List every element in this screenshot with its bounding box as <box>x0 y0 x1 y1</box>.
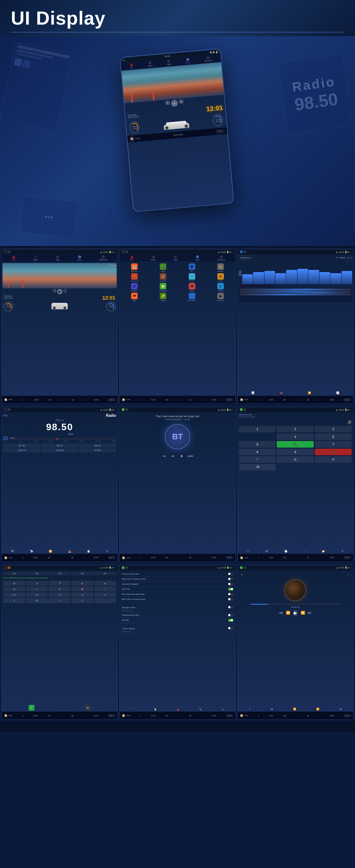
toggle-lantern[interactable] <box>228 627 233 630</box>
dial-hash[interactable]: # <box>315 456 352 463</box>
speed-gauge: Current0km/h <box>212 113 224 127</box>
dial-4[interactable]: 4 <box>277 433 314 440</box>
next-btn[interactable]: ⏭ <box>179 99 184 104</box>
dial-9[interactable]: 9 <box>277 449 314 455</box>
calculator-icon[interactable]: 🧮 Calculator <box>207 263 234 272</box>
car-display <box>51 301 69 310</box>
music-player-icon[interactable]: 🎵 Music Player <box>178 293 205 301</box>
app-store-icon[interactable]: 🏪 App Store <box>121 263 148 272</box>
toggle-mute[interactable] <box>228 593 233 596</box>
dial-2[interactable]: 2 <box>277 426 314 432</box>
filemanager-icon[interactable]: 📁 FileManager <box>149 283 177 292</box>
steer-fm[interactable]: FM <box>49 592 71 597</box>
dial-3[interactable]: 3 <box>315 426 352 432</box>
setting-backlight[interactable]: Backlight control Small light control <box>121 602 234 613</box>
steer-vol-up[interactable]: 🔉 <box>71 581 93 586</box>
toggle-brake-wire[interactable] <box>228 578 233 580</box>
setting-gsd-time[interactable]: GSD Time <box>121 587 234 592</box>
bt-next[interactable]: ⏭⏭ <box>188 453 193 459</box>
toggle-backlight[interactable] <box>228 606 233 609</box>
music-progress-bar[interactable] <box>250 604 341 605</box>
prev-btn[interactable]: ⏮ <box>165 101 170 105</box>
music-rew[interactable]: ⏪ <box>286 611 290 615</box>
steer-am[interactable]: AM <box>26 592 48 597</box>
album-art <box>284 579 306 601</box>
setting-gps-mix[interactable]: GPS Mix <box>121 618 234 623</box>
steer-aux[interactable]: AUX <box>3 592 25 597</box>
check-btn[interactable]: ✓ <box>29 705 34 711</box>
toggle-press-key[interactable] <box>228 573 233 575</box>
music-prev[interactable]: ⏮ <box>279 611 283 615</box>
steer-next[interactable]: ⏭ <box>49 587 71 592</box>
steer-prev[interactable]: ⏮ <box>3 587 25 592</box>
dialpad[interactable]: 1 2 3 4 5 6 📞 7 8 9 📞 * 0 # ⌫ <box>239 426 352 470</box>
chrome-icon[interactable]: 🌐 Chrome <box>178 273 205 282</box>
control-icon[interactable]: ⚙ Control <box>207 273 234 282</box>
setting-mute[interactable]: Mute audio when Reversing <box>121 592 234 597</box>
steer-k4[interactable]: K <box>71 598 93 603</box>
steer-set1[interactable]: ⚙ <box>3 598 25 603</box>
setting-brake-wire[interactable]: Brake wire for video in motion <box>121 577 234 582</box>
steer-bt2[interactable]: 🔵 <box>26 598 48 603</box>
toggle-gsd-time[interactable] <box>228 588 233 590</box>
steer-k1[interactable]: ⊙K <box>71 592 93 597</box>
google-icon[interactable]: G Google <box>207 283 234 292</box>
equalizer-icon[interactable]: 🎚 Equalizer <box>121 283 148 292</box>
setting-press-key[interactable]: Press any key to start <box>121 572 234 577</box>
toggle-mirror[interactable] <box>228 598 233 601</box>
home-media-controls[interactable]: ⏮ ▶ ⏭ <box>3 289 117 294</box>
aux-icon[interactable]: 🔌 AUX <box>149 263 177 272</box>
bt-next-prev[interactable]: ⏭ <box>170 453 176 459</box>
setting-mirror[interactable]: Mirror view on reverse image <box>121 597 234 602</box>
steer-power[interactable]: ⏻ <box>3 581 25 586</box>
music-ff[interactable]: ⏩ <box>301 611 305 615</box>
dial-6[interactable]: 6 <box>239 441 276 448</box>
play-btn[interactable]: ▶ <box>171 100 178 107</box>
call-button[interactable]: 📞 <box>277 441 314 448</box>
bt-icon[interactable]: B BT <box>178 263 205 272</box>
steer-mute[interactable]: 🔇 <box>71 587 93 592</box>
gauge-speed: Speed0km/h <box>106 301 116 312</box>
dial-5[interactable]: 5 <box>315 433 352 440</box>
bt-controls[interactable]: ⏮ ⏭ ⏹ ⏭⏭ <box>162 453 193 459</box>
mcxkey-icon[interactable]: 🔑 mcxKey <box>149 293 177 301</box>
bt-content: That I can't keep out got me singin' lik… <box>120 412 235 462</box>
dial-call[interactable] <box>239 433 276 440</box>
steer-mode[interactable]: ⊞ <box>26 581 48 586</box>
cancel-btn[interactable]: ✕ <box>85 705 91 711</box>
settings-content: Press any key to start Brake wire for vi… <box>120 570 235 635</box>
steer-mic[interactable]: 🎤 <box>49 581 71 586</box>
setting-vol-switch[interactable]: Default volume switch <box>121 613 234 618</box>
dial-1[interactable]: 1 <box>239 426 276 432</box>
steering-content: 255 255 255 255 255 Please hold the butt… <box>2 570 117 605</box>
setting-auto-nav[interactable]: Auto-start Navigation <box>121 582 234 587</box>
toggle-vol-switch[interactable] <box>228 614 233 617</box>
steer-k3[interactable]: K <box>49 598 71 603</box>
music-next[interactable]: ⏭ <box>308 611 312 615</box>
carlink-icon[interactable]: 🚗 Car Link 2.0 <box>121 273 148 282</box>
dial-7[interactable]: 7 <box>315 441 352 448</box>
dial-backspace[interactable]: ⌫ <box>239 464 276 470</box>
setting-lantern[interactable]: Lantern settings Automatic loop <box>121 623 234 634</box>
play-store-icon[interactable]: ▶ Play Store <box>207 293 234 301</box>
music-play[interactable]: ▶ <box>293 610 298 616</box>
bt-stop[interactable]: ⏹ <box>179 453 185 459</box>
dial-star[interactable]: * <box>239 456 276 463</box>
maps-icon[interactable]: 🗺 Maps <box>121 293 148 301</box>
toggle-gps-mix[interactable] <box>228 619 233 622</box>
hero-date: Thursday2022-02-03 <box>128 113 139 119</box>
toggle-auto-nav[interactable] <box>228 583 233 585</box>
steering-buttons[interactable]: ⏻ ⊞ 🎤 🔉 🔈 ⏮ ⏸ ⏭ 🔇 📞 AUX AM FM ⊙K ⊙K ⚙ 🔵 … <box>3 581 116 603</box>
dial-0[interactable]: 0 <box>277 456 314 463</box>
carbitlink-icon[interactable]: 🔗 CarbitLink <box>149 273 177 282</box>
bt-prev[interactable]: ⏮ <box>162 453 167 459</box>
end-call-button[interactable]: 📞 <box>315 449 352 455</box>
steer-vol-down[interactable]: 🔈 <box>94 581 116 586</box>
steer-phone[interactable]: 📞 <box>94 587 116 592</box>
steer-play[interactable]: ⏸ <box>26 587 48 592</box>
gallery-icon[interactable]: 🖼 Gallery <box>178 283 205 292</box>
screenshots-grid: ▲ 12:01 🔋10 ↕ Navi Radio Apps Music Blue… <box>0 247 355 405</box>
steer-k2[interactable]: ⊙K <box>94 592 116 597</box>
dial-8[interactable]: 8 <box>239 449 276 455</box>
music-controls[interactable]: ⏮ ⏪ ▶ ⏩ ⏭ <box>279 610 312 616</box>
